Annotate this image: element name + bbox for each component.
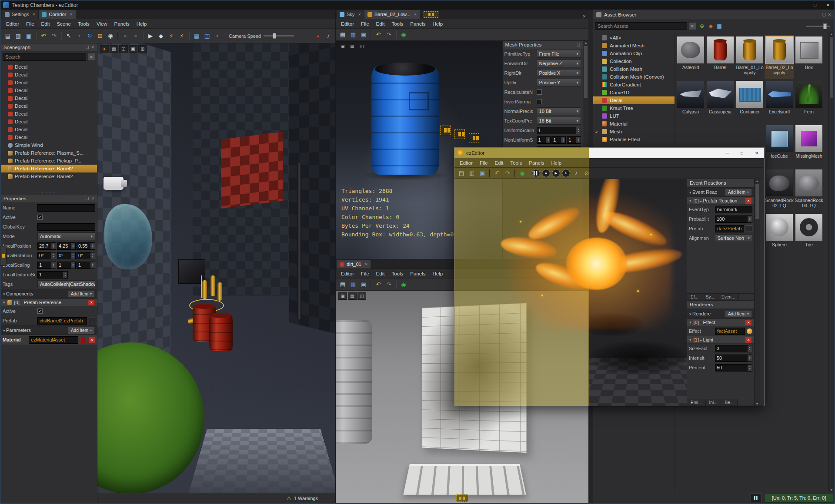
layout-button[interactable]: ▥ [138, 45, 147, 53]
scaling-y-stepper[interactable]: 1▲▼ [57, 262, 76, 269]
scenegraph-item[interactable]: Decal [1, 63, 97, 71]
redo-button[interactable]: ↷ [384, 30, 394, 40]
nonuniform-y-stepper[interactable]: 1▲▼ [551, 136, 566, 144]
browse-prefab-button[interactable] [746, 225, 752, 232]
warnings-button[interactable]: 1 Warnings [294, 496, 318, 501]
asset-thumbnail-cell[interactable]: Barrel [705, 35, 735, 79]
scenegraph-item[interactable]: Decal [1, 71, 97, 79]
scenegraph-item[interactable]: Decal [1, 110, 97, 118]
visualizers-toggle-button[interactable]: ▫ [212, 31, 223, 41]
scenegraph-item[interactable]: Prefab Reference: Plasma_S... [1, 149, 97, 157]
record-button[interactable]: ● [542, 169, 550, 177]
open-scene-button[interactable]: ▥ [13, 31, 23, 41]
import-asset-button[interactable]: ⊕ [698, 22, 706, 30]
add-component-button[interactable]: Add Item [68, 290, 95, 298]
asset-thumbnail-cell[interactable]: Box [794, 35, 824, 79]
menu-item[interactable]: Tools [74, 21, 93, 27]
alignment-dropdown[interactable]: Surface Non [715, 234, 752, 242]
globalkey-field[interactable] [37, 223, 95, 231]
pause-status-button[interactable]: ▌▌ [751, 494, 762, 502]
clear-search-icon[interactable]: ✕ [688, 22, 696, 30]
panel-tab[interactable]: Emi... [687, 399, 706, 406]
normal-precision-dropdown[interactable]: 10 Bit [537, 107, 581, 115]
recalculate-normals-checkbox[interactable] [537, 90, 542, 95]
delete-renderer-button[interactable]: ✕ [745, 319, 752, 326]
menu-item[interactable]: File [357, 21, 373, 27]
component-group-header[interactable]: [0] - Prefab Reference ✕ [1, 298, 97, 306]
component-active-checkbox[interactable]: ✓ [37, 308, 43, 314]
close-panel-icon[interactable]: ✕ [91, 196, 94, 201]
material-asset-field[interactable]: ezMaterialAsset [29, 336, 78, 344]
drag-handle-box[interactable] [469, 133, 479, 143]
panel-tab[interactable]: Be... [721, 399, 738, 406]
browse-effect-button[interactable] [747, 328, 752, 334]
document-tab[interactable]: Corridor ✕ [39, 10, 76, 19]
rotation-z-stepper[interactable]: 0°▲▼ [77, 252, 95, 259]
invert-normals-checkbox[interactable] [537, 99, 542, 104]
asset-type-item[interactable]: ✓ Mesh [593, 128, 675, 136]
menu-item[interactable]: Panels [407, 21, 429, 27]
probability-stepper[interactable]: 100▲▼ [715, 216, 752, 223]
redo-button[interactable]: ↷ [502, 168, 513, 179]
restart-button[interactable]: ↻ [562, 169, 570, 177]
rotate-tool-button[interactable]: ↻ [84, 31, 95, 41]
drag-handle-box[interactable] [454, 129, 465, 139]
document-tab[interactable]: Sky ✕ [337, 10, 364, 19]
float-panel-icon[interactable]: ❏ [85, 196, 89, 201]
texcoord-precision-dropdown[interactable]: 16 Bit [537, 117, 581, 125]
material-color-swatch[interactable] [80, 337, 87, 343]
asset-type-item[interactable]: <All> [593, 34, 675, 42]
asset-search-input[interactable] [595, 22, 687, 30]
tab-close-icon[interactable]: ✕ [70, 13, 73, 17]
scenegraph-item[interactable]: Decal [1, 102, 97, 110]
reaction-prefab-field[interactable]: rk.ezPrefab [715, 225, 744, 232]
mode-dropdown[interactable]: Automatic [37, 232, 95, 240]
light-group-header[interactable]: [1] - Light ✕ [687, 336, 754, 344]
delete-reaction-button[interactable]: ✕ [745, 198, 752, 204]
play-scene-button[interactable]: ▶ [145, 31, 156, 41]
record-button[interactable]: ● [313, 31, 323, 41]
asset-type-item[interactable]: Collection [593, 57, 675, 65]
prefab-reaction-group-header[interactable]: [0] - Prefab Reaction ✕ [687, 197, 754, 205]
window-control-button[interactable]: ─ [720, 148, 735, 158]
rotation-x-stepper[interactable]: 0°▲▼ [37, 252, 56, 259]
close-panel-icon[interactable]: ✕ [91, 45, 94, 50]
tab-close-icon[interactable]: ✕ [414, 13, 417, 17]
asset-thumbnail-cell[interactable]: ScannedRock03_LQ [794, 168, 824, 212]
name-field[interactable] [37, 204, 95, 212]
scene-barrel[interactable] [209, 315, 233, 351]
panel-tab[interactable]: Ef... [687, 294, 702, 300]
asset-thumbnail-cell[interactable]: Sphere [765, 212, 794, 256]
menu-item[interactable]: Panels [407, 271, 429, 276]
position-y-stepper[interactable]: 4.25▲▼ [57, 242, 76, 250]
view-split-button[interactable]: ◫ [357, 292, 366, 300]
asset-thumbnail-cell[interactable]: ExcelsiorII [765, 79, 794, 123]
menu-item[interactable]: Editor [337, 271, 357, 276]
view-grid-button[interactable]: ▦ [348, 43, 357, 50]
uniform-scaling-stepper[interactable]: 1▲▼ [37, 271, 68, 279]
prefab-asset-field[interactable]: cts/Barrel2.ezPrefab [37, 317, 87, 325]
asset-type-item[interactable]: Curve1D [593, 89, 675, 96]
asset-type-item[interactable]: Particle Effect [593, 136, 675, 143]
scenegraph-item[interactable]: Decal [1, 133, 97, 141]
grid-toggle-button[interactable]: ▦ [191, 31, 202, 41]
asset-thumbnail-cell[interactable]: Asteroid [676, 35, 705, 79]
menu-item[interactable]: Edit [373, 21, 388, 27]
up-dir-dropdown[interactable]: Positive Y [537, 79, 581, 86]
fullscreen-button[interactable]: ▣ [129, 45, 137, 53]
scenegraph-item[interactable]: Prefab Reference: Barrel2 [1, 172, 97, 180]
asset-thumbnail-cell[interactable]: MissingMesh [794, 123, 824, 168]
new-document-button[interactable]: ▤ [337, 279, 348, 290]
scenegraph-item[interactable]: Simple Wind [1, 141, 97, 149]
snap-toggle-button[interactable]: ◫ [202, 31, 212, 41]
panel-tab[interactable]: Sy... [702, 294, 718, 300]
particle-panel-scrollbar[interactable]: ▲▼ [754, 179, 760, 406]
menu-item[interactable]: Panels [111, 21, 133, 27]
translate-tool-button[interactable]: + [74, 31, 84, 41]
scenegraph-item[interactable]: Prefab Reference: Pickup_P... [1, 157, 97, 165]
menu-item[interactable]: File [23, 21, 38, 27]
add-parameter-button[interactable]: Add Item [68, 327, 95, 334]
save-button[interactable]: ▣ [358, 30, 369, 40]
asset-type-item[interactable]: Kraut Tree [593, 104, 675, 112]
asset-type-item[interactable]: Animation Clip [593, 50, 675, 57]
